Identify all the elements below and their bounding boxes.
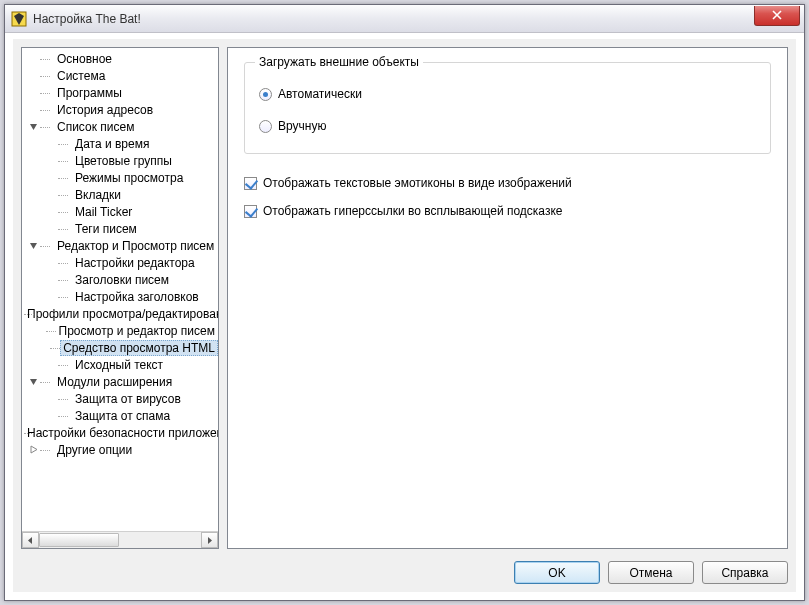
tree-leaf-marker bbox=[28, 71, 38, 81]
tree-item[interactable]: Исходный текст bbox=[22, 356, 218, 373]
tree-item-label: Mail Ticker bbox=[72, 205, 135, 219]
tree-leaf-marker bbox=[46, 394, 56, 404]
tree-item-label: Исходный текст bbox=[72, 358, 166, 372]
button-bar: OK Отмена Справка bbox=[514, 561, 788, 584]
tree-item[interactable]: Программы bbox=[22, 84, 218, 101]
tree-item-label: Настройки редактора bbox=[72, 256, 198, 270]
tree-item[interactable]: История адресов bbox=[22, 101, 218, 118]
tree-leaf-marker bbox=[40, 343, 48, 353]
radio-icon bbox=[259, 120, 272, 133]
tree-leaf-marker bbox=[46, 275, 56, 285]
tree-item-label: Система bbox=[54, 69, 108, 83]
tree-item-label: Другие опции bbox=[54, 443, 135, 457]
collapse-icon[interactable] bbox=[28, 241, 38, 251]
tree-item-label: Профили просмотра/редактирования bbox=[24, 307, 218, 321]
app-icon bbox=[11, 11, 27, 27]
tree-item-label: Заголовки писем bbox=[72, 273, 172, 287]
tree-item[interactable]: Дата и время bbox=[22, 135, 218, 152]
tree-item-label: Теги писем bbox=[72, 222, 140, 236]
tree-item-label: Настройки безопасности приложения bbox=[24, 426, 218, 440]
window-title: Настройка The Bat! bbox=[33, 12, 754, 26]
tree-leaf-marker bbox=[46, 139, 56, 149]
external-objects-group: Загружать внешние объекты Автоматически … bbox=[244, 62, 771, 154]
tree-item[interactable]: Другие опции bbox=[22, 441, 218, 458]
radio-auto[interactable]: Автоматически bbox=[259, 87, 756, 101]
tree-item[interactable]: Защита от спама bbox=[22, 407, 218, 424]
tree-item-label: Программы bbox=[54, 86, 125, 100]
tree-leaf-marker bbox=[46, 207, 56, 217]
tree-item-label: Вкладки bbox=[72, 188, 124, 202]
checkbox-icon bbox=[244, 205, 257, 218]
tree-leaf-marker bbox=[28, 88, 38, 98]
tree-leaf-marker bbox=[46, 258, 56, 268]
tree-item[interactable]: Заголовки писем bbox=[22, 271, 218, 288]
tree-leaf-marker bbox=[46, 173, 56, 183]
titlebar: Настройка The Bat! bbox=[5, 5, 804, 33]
collapse-icon[interactable] bbox=[28, 122, 38, 132]
tree-item-label: Основное bbox=[54, 52, 115, 66]
cancel-button[interactable]: Отмена bbox=[608, 561, 694, 584]
scroll-right-button[interactable] bbox=[201, 532, 218, 548]
tree-leaf-marker bbox=[46, 224, 56, 234]
scroll-left-button[interactable] bbox=[22, 532, 39, 548]
tree-item[interactable]: Список писем bbox=[22, 118, 218, 135]
tree-item[interactable]: Цветовые группы bbox=[22, 152, 218, 169]
tree-item-label: Защита от вирусов bbox=[72, 392, 184, 406]
radio-manual[interactable]: Вручную bbox=[259, 119, 756, 133]
tree-item[interactable]: Модули расширения bbox=[22, 373, 218, 390]
tree-item[interactable]: Настройки редактора bbox=[22, 254, 218, 271]
nav-tree[interactable]: ОсновноеСистемаПрограммыИстория адресовС… bbox=[22, 48, 218, 531]
checkbox-emoticons[interactable]: Отображать текстовые эмотиконы в виде из… bbox=[244, 176, 771, 190]
tree-leaf-marker bbox=[28, 105, 38, 115]
tree-leaf-marker bbox=[46, 156, 56, 166]
tree-leaf-marker bbox=[38, 326, 45, 336]
tree-item-label: Защита от спама bbox=[72, 409, 173, 423]
collapse-icon[interactable] bbox=[28, 377, 38, 387]
tree-item-label: Цветовые группы bbox=[72, 154, 175, 168]
scroll-thumb[interactable] bbox=[39, 533, 119, 547]
settings-window: Настройка The Bat! ОсновноеСистемаПрогра… bbox=[4, 4, 805, 601]
tree-item-label: Список писем bbox=[54, 120, 137, 134]
tree-leaf-marker bbox=[46, 190, 56, 200]
checkbox-icon bbox=[244, 177, 257, 190]
checkbox-emoticons-label: Отображать текстовые эмотиконы в виде из… bbox=[263, 176, 572, 190]
checkbox-hyperlinks-label: Отображать гиперссылки во всплывающей по… bbox=[263, 204, 562, 218]
tree-item[interactable]: Теги писем bbox=[22, 220, 218, 237]
tree-item[interactable]: Просмотр и редактор писем bbox=[22, 322, 218, 339]
tree-item-label: Просмотр и редактор писем bbox=[56, 324, 219, 338]
scroll-track[interactable] bbox=[39, 532, 201, 548]
help-button[interactable]: Справка bbox=[702, 561, 788, 584]
tree-item-label: Редактор и Просмотр писем bbox=[54, 239, 217, 253]
close-button[interactable] bbox=[754, 6, 800, 26]
tree-item[interactable]: Настройки безопасности приложения bbox=[22, 424, 218, 441]
tree-item[interactable]: Профили просмотра/редактирования bbox=[22, 305, 218, 322]
expand-icon[interactable] bbox=[28, 445, 38, 455]
tree-item-label: Средство просмотра HTML bbox=[60, 340, 218, 356]
client-area: ОсновноеСистемаПрограммыИстория адресовС… bbox=[13, 39, 796, 592]
radio-icon bbox=[259, 88, 272, 101]
tree-leaf-marker bbox=[46, 411, 56, 421]
tree-item[interactable]: Основное bbox=[22, 50, 218, 67]
tree-item-label: Модули расширения bbox=[54, 375, 175, 389]
tree-item[interactable]: Средство просмотра HTML bbox=[22, 339, 218, 356]
tree-item-label: Настройка заголовков bbox=[72, 290, 202, 304]
tree-item[interactable]: Защита от вирусов bbox=[22, 390, 218, 407]
tree-hscrollbar[interactable] bbox=[22, 531, 218, 548]
tree-item-label: Режимы просмотра bbox=[72, 171, 186, 185]
tree-item[interactable]: Система bbox=[22, 67, 218, 84]
tree-item[interactable]: Режимы просмотра bbox=[22, 169, 218, 186]
tree-leaf-marker bbox=[46, 360, 56, 370]
tree-item-label: История адресов bbox=[54, 103, 156, 117]
group-title: Загружать внешние объекты bbox=[255, 55, 423, 69]
tree-item[interactable]: Настройка заголовков bbox=[22, 288, 218, 305]
checkbox-hyperlinks[interactable]: Отображать гиперссылки во всплывающей по… bbox=[244, 204, 771, 218]
tree-item[interactable]: Вкладки bbox=[22, 186, 218, 203]
tree-item[interactable]: Mail Ticker bbox=[22, 203, 218, 220]
ok-button[interactable]: OK bbox=[514, 561, 600, 584]
radio-manual-label: Вручную bbox=[278, 119, 326, 133]
tree-leaf-marker bbox=[46, 292, 56, 302]
content-panel: Загружать внешние объекты Автоматически … bbox=[227, 47, 788, 549]
tree-item[interactable]: Редактор и Просмотр писем bbox=[22, 237, 218, 254]
tree-item-label: Дата и время bbox=[72, 137, 152, 151]
nav-tree-panel: ОсновноеСистемаПрограммыИстория адресовС… bbox=[21, 47, 219, 549]
